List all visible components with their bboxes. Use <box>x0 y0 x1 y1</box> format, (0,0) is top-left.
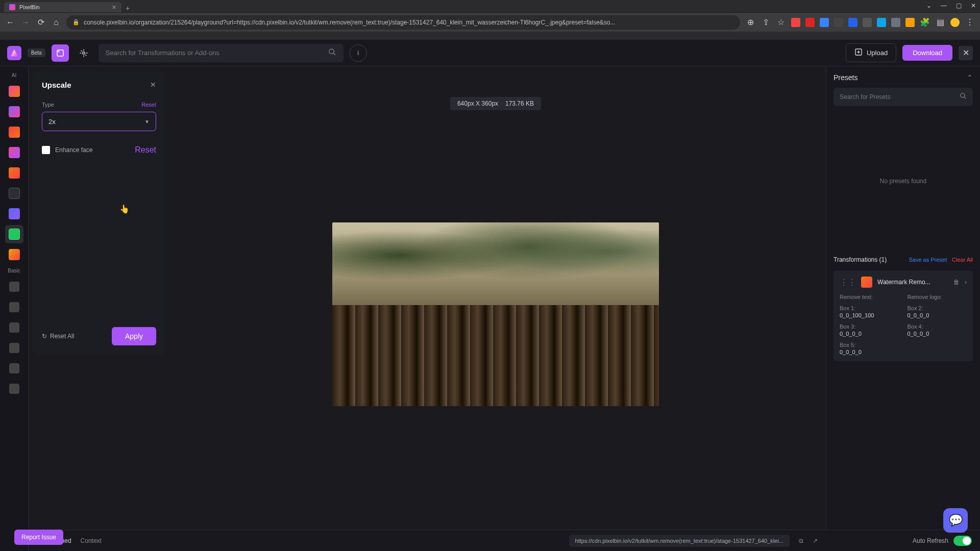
upload-icon <box>854 48 863 58</box>
rail-tool-4[interactable] <box>5 143 23 162</box>
rail-basic-4[interactable] <box>5 339 23 357</box>
tab-context[interactable]: Context <box>81 537 102 544</box>
apply-button[interactable]: Apply <box>112 327 156 345</box>
close-window-icon[interactable]: ✕ <box>971 2 976 9</box>
back-icon[interactable]: ← <box>5 17 15 28</box>
ext-icon[interactable] <box>905 18 915 27</box>
drag-handle-icon[interactable]: ⋮⋮ <box>840 278 856 287</box>
upload-button[interactable]: Upload <box>846 43 896 62</box>
reload-icon[interactable]: ⟳ <box>36 17 46 28</box>
preview-image[interactable] <box>332 222 659 406</box>
bottom-bar: Transformed Context https://cdn.pixelbin… <box>29 530 826 551</box>
translate-icon[interactable]: ⊕ <box>745 17 755 28</box>
enhance-face-checkbox[interactable] <box>42 146 50 154</box>
ext-icon[interactable] <box>848 18 857 27</box>
caret-down-icon[interactable]: ⌄ <box>926 2 932 9</box>
menu-icon[interactable]: ⋮ <box>965 17 975 28</box>
url-text: console.pixelbin.io/organization/215264/… <box>84 19 615 26</box>
ext-icon[interactable] <box>877 18 886 27</box>
no-presets-text: No presets found <box>834 178 973 185</box>
rail-tool-5[interactable] <box>5 164 23 182</box>
new-tab-button[interactable]: + <box>126 4 130 12</box>
url-input[interactable]: 🔒 console.pixelbin.io/organization/21526… <box>66 15 740 30</box>
rail-tool-2[interactable] <box>5 103 23 121</box>
search-icon[interactable] <box>328 48 336 58</box>
rail-tool-3[interactable] <box>5 123 23 141</box>
panel-close-icon[interactable]: ✕ <box>150 81 156 89</box>
extension-icons: ⊕ ⇪ ☆ 🧩 ▤ ⋮ <box>745 17 975 28</box>
minimize-icon[interactable]: — <box>941 2 947 9</box>
panel-title: Upscale <box>42 81 156 89</box>
download-button[interactable]: Download <box>902 45 952 61</box>
copy-icon[interactable]: ⧉ <box>799 537 803 544</box>
beta-badge: Beta <box>28 48 45 57</box>
delete-icon[interactable]: 🗑 <box>953 279 960 286</box>
output-url: https://cdn.pixelbin.io/v2/tutkit/wm.rem… <box>569 535 790 547</box>
rail-tool-1[interactable] <box>5 82 23 101</box>
rail-basic-5[interactable] <box>5 359 23 378</box>
type-reset-link[interactable]: Reset <box>141 102 156 108</box>
filesize-text: 173.76 KB <box>505 100 534 107</box>
dimensions-text: 640px X 360px <box>457 100 498 107</box>
rail-tool-upscale[interactable] <box>5 225 23 243</box>
rail-basic-3[interactable] <box>5 318 23 337</box>
enhance-reset-link[interactable]: Reset <box>135 145 156 155</box>
sidepanel-icon[interactable]: ▤ <box>935 17 945 28</box>
transformation-item: ⋮⋮ Watermark Remo... 🗑 › Remove text: Re… <box>834 270 973 361</box>
auto-refresh-toggle[interactable] <box>953 536 972 546</box>
ext-icon[interactable] <box>791 18 800 27</box>
presets-input[interactable] <box>840 93 955 101</box>
search-box[interactable] <box>99 44 344 62</box>
save-preset-link[interactable]: Save as Preset <box>909 257 947 263</box>
search-icon[interactable] <box>960 92 967 102</box>
dimensions-badge: 640px X 360px 173.76 KB <box>450 97 541 110</box>
browser-tab[interactable]: PixelBin ✕ <box>4 2 121 12</box>
info-button[interactable]: i <box>350 44 367 62</box>
rail-tool-7[interactable] <box>5 205 23 223</box>
close-panel-button[interactable]: ✕ <box>959 46 973 60</box>
box5-label: Box 5: <box>840 342 899 348</box>
rail-section-basic: Basic <box>8 268 20 273</box>
type-select[interactable]: 2x ▼ <box>42 112 156 131</box>
box4-value: 0_0_0_0 <box>908 331 967 337</box>
ext-icon[interactable] <box>805 18 815 27</box>
rail-basic-2[interactable] <box>5 298 23 316</box>
report-issue-button[interactable]: Report Issue <box>14 530 63 545</box>
search-input[interactable] <box>106 49 323 57</box>
presets-title: Presets <box>834 73 857 82</box>
box5-value: 0_0_0_0 <box>840 349 899 355</box>
rail-basic-1[interactable] <box>5 278 23 296</box>
rail-tool-6[interactable] <box>5 184 23 203</box>
ext-icon[interactable] <box>820 18 829 27</box>
home-icon[interactable]: ⌂ <box>51 17 61 28</box>
transform-tool-button[interactable] <box>52 44 69 62</box>
reset-all-button[interactable]: ↻ Reset All <box>42 333 74 340</box>
ext-icon[interactable] <box>863 18 872 27</box>
type-value: 2x <box>48 118 56 126</box>
clear-all-link[interactable]: Clear All <box>952 257 973 263</box>
box3-value: 0_0_0_0 <box>840 331 899 337</box>
chevron-right-icon[interactable]: › <box>965 279 967 286</box>
star-icon[interactable]: ☆ <box>776 17 786 28</box>
rail-tool-9[interactable] <box>5 245 23 264</box>
tab-close-icon[interactable]: ✕ <box>112 4 116 11</box>
presets-search[interactable] <box>834 88 973 106</box>
forward-icon[interactable]: → <box>20 17 31 28</box>
open-icon[interactable]: ↗ <box>813 537 818 544</box>
svg-point-5 <box>961 93 965 97</box>
profile-avatar[interactable] <box>950 18 960 27</box>
rail-basic-6[interactable] <box>5 380 23 398</box>
settings-panel: Upscale ✕ Type Reset 2x ▼ Enhance face R… <box>33 71 165 355</box>
puzzle-icon[interactable]: 🧩 <box>920 17 930 28</box>
chat-button[interactable]: 💬 <box>943 508 968 533</box>
ext-icon[interactable] <box>891 18 900 27</box>
bottom-right: Auto Refresh <box>826 530 980 551</box>
maximize-icon[interactable]: ▢ <box>956 2 962 9</box>
box1-value: 0_0_100_100 <box>840 312 899 318</box>
share-icon[interactable]: ⇪ <box>761 17 771 28</box>
addon-tool-button[interactable] <box>75 44 92 62</box>
reset-icon: ↻ <box>42 333 47 340</box>
app-logo[interactable] <box>7 46 21 60</box>
ext-icon[interactable] <box>834 18 843 27</box>
chevron-up-icon[interactable]: ⌃ <box>967 73 973 82</box>
